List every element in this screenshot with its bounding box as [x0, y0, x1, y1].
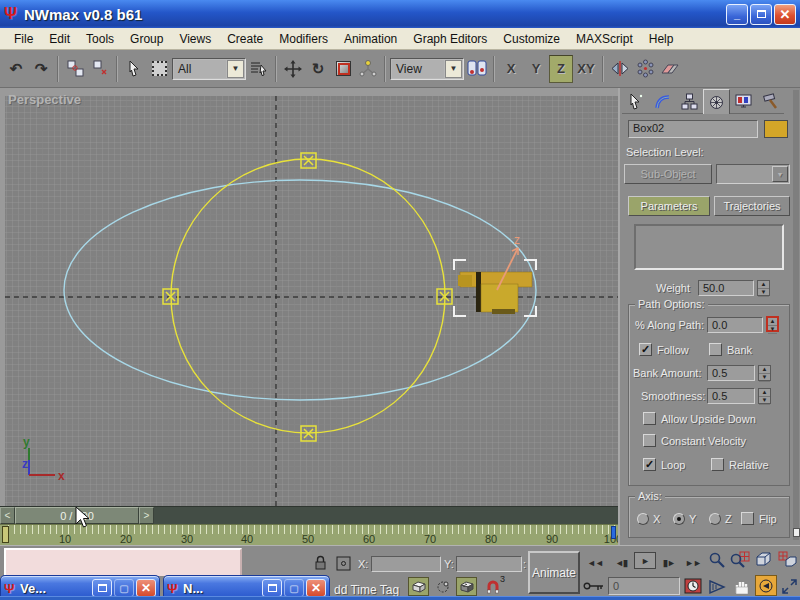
- relative-checkbox[interactable]: [711, 458, 724, 471]
- restore-button[interactable]: [750, 4, 772, 25]
- snaps-toggle-button[interactable]: [408, 577, 429, 596]
- menu-modifiers[interactable]: Modifiers: [271, 30, 336, 48]
- percent-snap-button[interactable]: [456, 577, 477, 596]
- animate-button[interactable]: Animate: [528, 551, 580, 594]
- play-button[interactable]: ►: [634, 552, 656, 569]
- move-button[interactable]: [281, 55, 305, 83]
- time-slider-next-button[interactable]: >: [139, 507, 154, 524]
- go-to-start-button[interactable]: ◄◄: [583, 554, 607, 571]
- menu-graph-editors[interactable]: Graph Editors: [405, 30, 495, 48]
- axis-x-radio[interactable]: [637, 513, 649, 525]
- object-color-swatch[interactable]: [764, 120, 788, 138]
- tab-display[interactable]: [730, 89, 757, 114]
- min-max-toggle-button[interactable]: [781, 578, 798, 595]
- angle-snap-button[interactable]: [432, 577, 453, 596]
- next-frame-button[interactable]: ▮►: [659, 554, 679, 571]
- object-name-field[interactable]: Box02: [628, 120, 758, 138]
- zoom-button[interactable]: [708, 551, 726, 569]
- bank-amount-field[interactable]: 0.5: [707, 365, 755, 381]
- sub-object-button[interactable]: Sub-Object: [624, 164, 712, 184]
- menu-create[interactable]: Create: [219, 30, 271, 48]
- y-coordinate-field[interactable]: [456, 556, 522, 572]
- tab-utilities[interactable]: [757, 89, 784, 114]
- use-pivot-center-button[interactable]: [465, 55, 489, 83]
- current-frame-field[interactable]: 0: [608, 577, 680, 595]
- track-bar-range-handle[interactable]: [2, 526, 9, 543]
- menu-group[interactable]: Group: [122, 30, 171, 48]
- scale-button[interactable]: [331, 55, 355, 83]
- restrict-x-button[interactable]: X: [499, 55, 523, 83]
- unlink-button[interactable]: [88, 55, 112, 83]
- restrict-y-button[interactable]: Y: [524, 55, 548, 83]
- allow-upside-down-checkbox[interactable]: [643, 412, 656, 425]
- absolute-offset-toggle-icon[interactable]: [336, 556, 351, 571]
- time-configuration-button[interactable]: [684, 577, 702, 595]
- close-button[interactable]: ✕: [774, 4, 796, 25]
- go-to-end-button[interactable]: ►►: [681, 554, 705, 571]
- sub-object-dropdown-arrow-icon[interactable]: ▼: [772, 166, 788, 182]
- menu-animation[interactable]: Animation: [336, 30, 405, 48]
- menu-views[interactable]: Views: [171, 30, 219, 48]
- restore-button[interactable]: [92, 579, 112, 597]
- along-path-spinner[interactable]: ▲▼: [766, 316, 779, 332]
- panel-scrollbar[interactable]: [793, 90, 799, 540]
- select-object-button[interactable]: [122, 55, 146, 83]
- zoom-all-button[interactable]: [730, 551, 750, 569]
- menu-help[interactable]: Help: [641, 30, 682, 48]
- x-coordinate-field[interactable]: [371, 556, 441, 572]
- parameters-tab-button[interactable]: Parameters: [628, 196, 710, 216]
- flip-checkbox[interactable]: [741, 512, 754, 525]
- bank-checkbox[interactable]: [709, 343, 722, 356]
- panel-scrollbar-thumb[interactable]: [793, 528, 800, 537]
- snapshot-button[interactable]: [658, 55, 682, 83]
- tab-create[interactable]: [622, 89, 649, 114]
- menu-customize[interactable]: Customize: [495, 30, 568, 48]
- restrict-z-button[interactable]: Z: [549, 55, 573, 83]
- axis-z-radio[interactable]: [709, 513, 721, 525]
- weight-field[interactable]: 50.0: [698, 280, 754, 296]
- path-list-box[interactable]: [634, 224, 784, 270]
- selection-lock-icon[interactable]: [314, 555, 328, 571]
- restore-button[interactable]: [262, 579, 282, 597]
- mirror-button[interactable]: [608, 55, 632, 83]
- undo-button[interactable]: ↶: [4, 55, 28, 83]
- rotate-button[interactable]: ↻: [306, 55, 330, 83]
- bank-amount-spinner[interactable]: ▲▼: [758, 365, 771, 381]
- viewport-label[interactable]: Perspective: [8, 92, 81, 107]
- time-slider-prev-button[interactable]: <: [0, 507, 15, 524]
- array-button[interactable]: [633, 55, 657, 83]
- maximize-button[interactable]: ▢: [114, 579, 134, 597]
- arc-rotate-button[interactable]: [755, 575, 777, 596]
- play-selected-button[interactable]: [707, 579, 729, 595]
- trajectories-tab-button[interactable]: Trajectories: [714, 196, 790, 216]
- select-by-name-button[interactable]: [247, 55, 271, 83]
- select-and-link-button[interactable]: [63, 55, 87, 83]
- tab-modify[interactable]: [649, 89, 676, 114]
- loop-checkbox[interactable]: ✓: [643, 458, 656, 471]
- close-button[interactable]: ✕: [306, 579, 326, 597]
- restrict-xy-plane-button[interactable]: XY: [574, 55, 598, 83]
- zoom-extents-button[interactable]: [754, 551, 773, 569]
- along-path-field[interactable]: 0.0: [707, 317, 763, 333]
- weight-spinner[interactable]: ▲▼: [757, 280, 770, 296]
- minimize-button[interactable]: _: [726, 4, 748, 25]
- constant-velocity-checkbox[interactable]: [643, 434, 656, 447]
- keyframe-marker[interactable]: [611, 526, 616, 539]
- tab-motion[interactable]: [703, 89, 730, 114]
- set-key-button[interactable]: [583, 579, 605, 593]
- redo-button[interactable]: ↷: [29, 55, 53, 83]
- maximize-button[interactable]: ▢: [284, 579, 304, 597]
- spinner-snap-magnet-button[interactable]: 3: [482, 577, 503, 596]
- manipulate-button[interactable]: [356, 55, 380, 83]
- close-button[interactable]: ✕: [136, 579, 156, 597]
- previous-frame-button[interactable]: ◄▮: [611, 554, 631, 571]
- reference-coordinate-dropdown[interactable]: View ▼: [390, 58, 464, 80]
- follow-checkbox[interactable]: ✓: [639, 343, 652, 356]
- menu-tools[interactable]: Tools: [78, 30, 122, 48]
- tab-hierarchy[interactable]: [676, 89, 703, 114]
- selection-filter-dropdown[interactable]: All ▼: [172, 58, 246, 80]
- pan-hand-button[interactable]: [733, 577, 751, 595]
- selection-region-button[interactable]: [147, 55, 171, 83]
- menu-maxscript[interactable]: MAXScript: [568, 30, 641, 48]
- zoom-extents-all-button[interactable]: [778, 551, 798, 569]
